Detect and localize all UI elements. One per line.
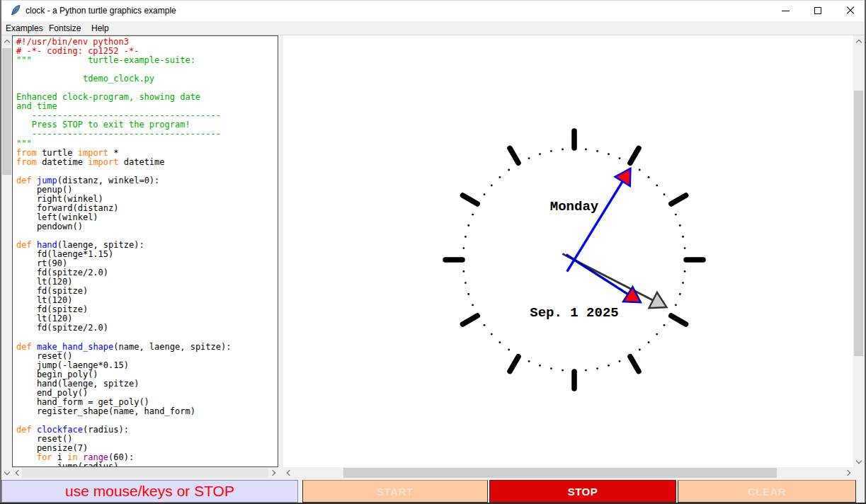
minute-dot [528,360,530,362]
second-hand-arrow [649,292,671,315]
scroll-up-arrow-icon[interactable] [1,35,12,47]
turtle-canvas[interactable]: MondaySep. 1 2025 [283,35,853,467]
minute-dot [508,349,510,351]
code-line: fd(spitze/2.0) [16,323,278,333]
minute-dot [675,304,677,307]
code-vscroll-thumb[interactable] [2,48,11,175]
minute-dot [682,236,684,238]
close-icon [846,6,855,15]
hour-tick [630,148,639,163]
code-line: ------------------------------------- [16,130,278,139]
state-label: use mouse/keys or STOP [1,480,298,503]
canvas-vscroll-thumb[interactable] [854,91,863,356]
title-bar: clock - a Python turtle graphics example [0,0,866,21]
close-button[interactable] [834,0,866,21]
clock-drawing: MondaySep. 1 2025 [283,35,853,467]
minute-dot [472,214,474,216]
date-label: Sep. 1 2025 [530,305,618,321]
minute-dot [679,224,681,227]
hour-tick [462,316,477,324]
code-line: pendown() [16,222,278,231]
minute-dot [684,247,686,249]
minute-dot [639,169,641,171]
minute-dot [663,193,666,195]
stop-button[interactable]: STOP [489,480,676,503]
minute-dot [491,333,493,336]
minute-dot [499,176,501,178]
window-border-left [0,0,1,504]
minute-dot [619,360,621,362]
python-feather-icon [9,4,22,17]
minute-dot [679,293,681,295]
minute-dot [484,193,486,195]
minute-dot [682,282,684,284]
minute-dot [656,185,658,187]
scroll-left-arrow-icon[interactable] [12,467,22,479]
minute-dot [465,236,467,238]
minute-dot [550,367,552,370]
canvas-hscroll-thumb[interactable] [343,468,777,478]
minute-dot [472,304,474,307]
code-line: """ turtle-example-suite: [16,56,278,65]
scroll-down-arrow-icon[interactable] [853,456,864,467]
code-hscroll-thumb[interactable] [22,468,268,478]
scroll-up-arrow-icon[interactable] [853,35,864,47]
minute-dot [562,149,564,151]
minimize-button[interactable] [769,0,802,21]
minute-dot [550,150,552,152]
minute-dot [585,370,587,372]
minute-dot [463,270,465,273]
hour-hand-arrow [623,287,646,310]
scroll-right-arrow-icon[interactable] [843,467,853,479]
minute-dot [467,224,469,227]
menu-fontsize[interactable]: Fontsize [49,23,81,33]
minute-dot [463,247,465,249]
hour-tick [462,195,477,204]
menu-help[interactable]: Help [91,23,109,33]
minute-dot [465,282,467,284]
scroll-down-arrow-icon[interactable] [1,467,12,479]
minute-dot [656,333,658,336]
start-button[interactable]: START [302,480,488,503]
minute-dot [491,185,493,187]
minute-dot [608,365,610,367]
minute-dot [639,349,641,351]
scroll-left-arrow-icon[interactable] [283,467,293,479]
hour-tick [671,316,686,324]
code-line: register_shape(name, hand_form) [16,407,278,416]
source-code-pane[interactable]: #!/usr/bin/env python3# -*- coding: cp12… [12,35,278,467]
minute-dot [648,176,650,178]
hour-tick [630,357,639,372]
code-horizontal-scrollbar[interactable] [12,467,278,479]
minute-dot [585,149,587,151]
minute-dot [562,370,564,372]
menu-examples[interactable]: Examples [6,23,43,33]
window-border-top [0,0,866,1]
source-code-text: #!/usr/bin/env python3# -*- coding: cp12… [13,36,278,467]
window-title: clock - a Python turtle graphics example [25,6,176,16]
minute-dot [596,367,598,370]
app-window: clock - a Python turtle graphics example… [0,0,866,504]
menu-bar: Examples Fontsize Help [0,21,866,35]
minute-dot [648,341,650,343]
hour-hand [562,247,646,310]
minimize-icon [782,11,790,11]
day-label: Monday [550,199,599,214]
canvas-vertical-scrollbar[interactable] [853,35,864,467]
code-vertical-scrollbar[interactable] [1,35,12,479]
hour-tick [510,148,518,163]
maximize-button[interactable] [802,0,834,21]
clear-button[interactable]: CLEAR [678,480,856,503]
minute-hand-arrow [615,164,638,186]
minute-dot [508,169,510,171]
canvas-horizontal-scrollbar[interactable] [283,467,853,479]
minute-dot [484,324,486,326]
minute-dot [608,153,610,155]
hour-tick [510,357,518,372]
minute-dot [499,341,501,343]
minute-dot [539,153,541,155]
minute-dot [684,270,686,273]
minute-dot [528,157,530,159]
minute-dot [539,365,541,367]
scroll-right-arrow-icon[interactable] [268,467,278,479]
